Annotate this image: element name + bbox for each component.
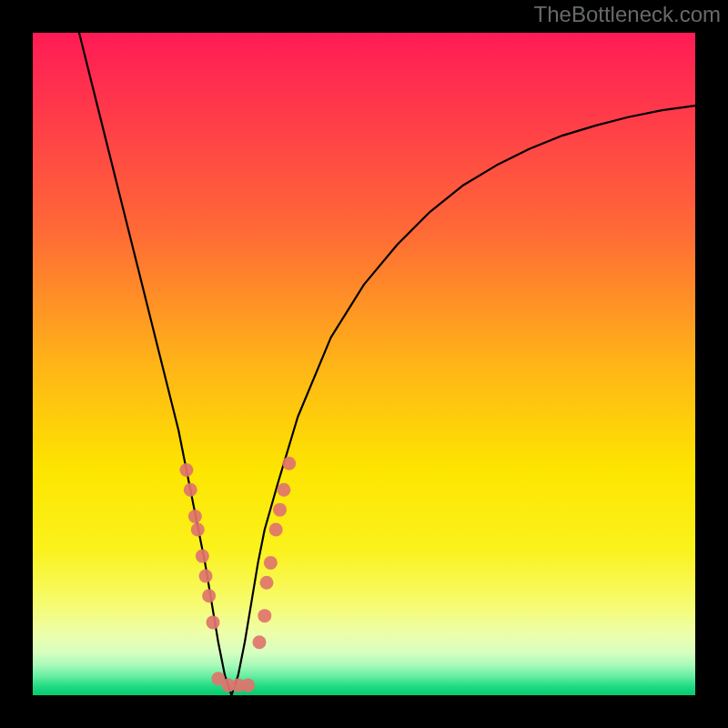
sample-dots-group <box>179 457 296 693</box>
sample-dot <box>277 483 290 497</box>
sample-dot <box>202 589 216 602</box>
sample-dot <box>179 463 193 477</box>
sample-dot <box>282 457 296 470</box>
sample-dot <box>191 523 205 537</box>
watermark-text: TheBottleneck.com <box>534 2 721 27</box>
plot-area <box>33 33 695 695</box>
sample-dot <box>199 569 213 582</box>
sample-dot <box>196 550 209 563</box>
sample-dot <box>188 510 202 523</box>
sample-dot <box>264 556 278 570</box>
chart-frame: TheBottleneck.com <box>0 0 728 728</box>
curve-overlay <box>33 33 695 695</box>
sample-dot <box>273 503 287 517</box>
sample-dot <box>241 679 255 693</box>
sample-dot <box>269 523 283 537</box>
sample-dot <box>184 483 197 497</box>
sample-dot <box>258 609 271 622</box>
sample-dot <box>252 635 266 649</box>
sample-dot <box>259 576 273 590</box>
sample-dot <box>207 615 220 629</box>
bottleneck-curve <box>79 33 695 695</box>
